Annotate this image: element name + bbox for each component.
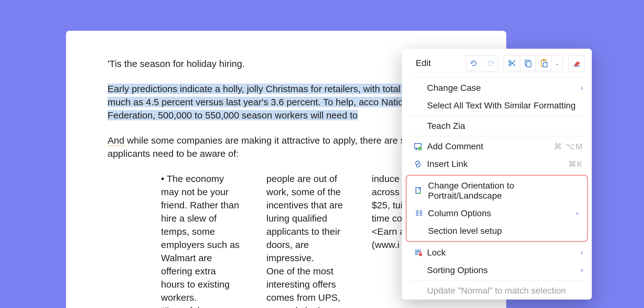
insert-link-shortcut: ⌘K bbox=[568, 159, 583, 169]
svg-rect-9 bbox=[416, 188, 420, 194]
chevron-right-icon: › bbox=[581, 84, 583, 92]
add-comment-label: Add Comment bbox=[426, 141, 554, 151]
spellcheck-word[interactable]: And bbox=[108, 135, 124, 146]
chevron-down-icon: ⌄ bbox=[555, 60, 559, 66]
menu-separator bbox=[409, 136, 585, 136]
add-comment-shortcut: ⌘ ⌥M bbox=[554, 142, 583, 151]
menu-item-select-similar[interactable]: Select All Text With Similar Formatting bbox=[402, 97, 592, 114]
sorting-options-label: Sorting Options bbox=[426, 265, 581, 275]
svg-rect-3 bbox=[526, 62, 531, 67]
menu-header: Edit ⌄ bbox=[402, 49, 592, 76]
menu-item-update-normal[interactable]: Update "Normal" to match selection bbox=[402, 282, 592, 300]
edit-label: Edit bbox=[416, 58, 460, 68]
menu-item-teach-zia[interactable]: Teach Zia bbox=[402, 117, 592, 135]
svg-point-8 bbox=[418, 147, 422, 151]
svg-rect-5 bbox=[542, 59, 545, 61]
clear-formatting-button[interactable] bbox=[569, 55, 585, 71]
svg-rect-10 bbox=[419, 253, 422, 256]
column-2[interactable]: people are out of work, some of the ince… bbox=[266, 172, 347, 308]
redo-button bbox=[482, 55, 498, 71]
menu-item-add-comment[interactable]: Add Comment ⌘ ⌥M bbox=[402, 138, 592, 155]
menu-item-lock[interactable]: Lock › bbox=[402, 244, 592, 261]
columns-icon bbox=[414, 209, 423, 218]
change-case-label: Change Case bbox=[426, 83, 581, 93]
redo-icon bbox=[486, 59, 494, 67]
undo-icon bbox=[470, 59, 478, 67]
chevron-right-icon: › bbox=[581, 266, 583, 274]
change-orientation-label: Change Orientation to Portrait/Landscape bbox=[427, 181, 578, 201]
orientation-icon bbox=[414, 186, 423, 195]
insert-link-label: Insert Link bbox=[426, 159, 568, 169]
comment-icon bbox=[414, 142, 422, 151]
paragraph-3-rest: while some companies are making it attra… bbox=[108, 135, 440, 159]
chevron-right-icon: › bbox=[576, 209, 578, 217]
menu-item-column-options[interactable]: Column Options › bbox=[407, 205, 587, 222]
paste-options-button[interactable]: ⌄ bbox=[551, 55, 563, 71]
select-similar-label: Select All Text With Similar Formatting bbox=[426, 101, 583, 111]
clipboard-group: ⌄ bbox=[504, 55, 563, 71]
column-options-label: Column Options bbox=[427, 208, 576, 218]
scissors-icon bbox=[508, 59, 516, 67]
cut-button[interactable] bbox=[504, 55, 520, 71]
menu-item-change-orientation[interactable]: Change Orientation to Portrait/Landscape bbox=[407, 177, 587, 205]
paste-icon bbox=[540, 59, 548, 67]
menu-item-section-level-setup[interactable]: Section level setup bbox=[407, 222, 587, 240]
context-menu: Edit ⌄ bbox=[402, 49, 592, 300]
menu-item-change-case[interactable]: Change Case › bbox=[402, 79, 592, 97]
svg-rect-6 bbox=[543, 63, 547, 67]
menu-separator bbox=[409, 280, 585, 281]
menu-separator bbox=[409, 78, 585, 78]
teach-zia-label: Teach Zia bbox=[426, 121, 583, 131]
menu-item-sorting-options[interactable]: Sorting Options › bbox=[402, 261, 592, 279]
section-level-setup-label: Section level setup bbox=[427, 226, 578, 236]
copy-icon bbox=[524, 59, 532, 67]
clear-format-group bbox=[569, 55, 585, 71]
menu-separator bbox=[409, 116, 585, 116]
undo-button[interactable] bbox=[466, 55, 482, 71]
paste-button[interactable] bbox=[536, 55, 551, 71]
column-1[interactable]: • The economy may not be your friend. Ra… bbox=[161, 172, 241, 308]
menu-item-insert-link[interactable]: Insert Link ⌘K bbox=[402, 155, 592, 173]
highlighted-menu-group: Change Orientation to Portrait/Landscape… bbox=[406, 175, 588, 242]
link-icon bbox=[414, 160, 422, 168]
copy-button[interactable] bbox=[520, 55, 536, 71]
update-normal-label: Update "Normal" to match selection bbox=[426, 286, 583, 296]
lock-label: Lock bbox=[426, 248, 581, 258]
eraser-icon bbox=[572, 59, 581, 68]
chevron-right-icon: › bbox=[581, 249, 583, 257]
lock-icon bbox=[414, 248, 422, 257]
undo-redo-group bbox=[466, 55, 498, 71]
